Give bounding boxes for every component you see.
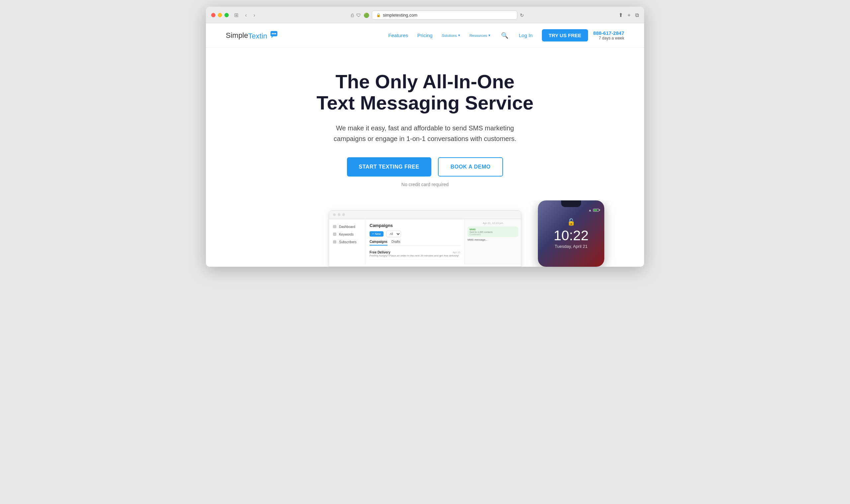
- phone-time: 10:22: [554, 229, 588, 242]
- browser-actions: ⬆ + ⧉: [619, 12, 639, 18]
- chevron-down-icon: ▾: [458, 33, 460, 37]
- mockup-content: Dashboard Keywords Subscribers: [329, 219, 521, 265]
- lock-icon: 🔓: [567, 218, 575, 226]
- dashboard-icon: [333, 225, 336, 228]
- sidebar-label-keywords: Keywords: [339, 233, 353, 236]
- mockup-toolbar: + New All: [369, 231, 461, 237]
- shield-icon: 🛡: [356, 13, 361, 18]
- phone-hours: 7 days a week: [599, 36, 624, 40]
- keywords-icon: [333, 233, 336, 236]
- search-icon[interactable]: 🔍: [500, 32, 510, 39]
- phone-notch: [561, 200, 581, 207]
- start-texting-button[interactable]: START TEXTING FREE: [347, 157, 431, 177]
- msg-type: MMS: [469, 228, 516, 231]
- chevron-down-icon: ▾: [488, 33, 490, 37]
- sidebar-item-dashboard: Dashboard: [329, 223, 365, 231]
- nav-solutions-dropdown[interactable]: Solutions ▾: [442, 33, 460, 37]
- forward-button[interactable]: ›: [252, 12, 256, 19]
- sidebar-label-dashboard: Dashboard: [339, 225, 355, 229]
- list-item-1-title: Free Delivery: [369, 251, 391, 254]
- msg-sent: Sent to 1,395 contacts: [469, 231, 516, 233]
- browser-chrome: ⊞ ‹ › ⎙ 🛡 🟢 🔒 simpletexting.com ↻ ⬆ + ⧉: [206, 7, 644, 23]
- sidebar-item-keywords: Keywords: [329, 231, 365, 238]
- hero-title-line1: The Only All-In-One: [335, 71, 514, 92]
- list-item-1-desc: Feeling hungry? Place an order in the ne…: [369, 254, 461, 257]
- new-tab-icon[interactable]: +: [627, 12, 630, 18]
- share-icon[interactable]: ⬆: [619, 12, 623, 18]
- battery-icon: [593, 209, 599, 212]
- bookmark-icon: ⎙: [351, 13, 353, 18]
- site-content: Simple Textin Features Pricing So: [206, 23, 644, 267]
- svg-point-4: [275, 33, 276, 34]
- subscribers-icon: [333, 240, 336, 244]
- browser-window: ⊞ ‹ › ⎙ 🛡 🟢 🔒 simpletexting.com ↻ ⬆ + ⧉: [206, 7, 644, 267]
- wifi-icon: ▲: [588, 209, 592, 212]
- mockup-dot-1: [333, 213, 336, 216]
- svg-marker-1: [272, 36, 273, 38]
- phone-info: 888-617-2847 7 days a week: [593, 30, 624, 40]
- filter-select[interactable]: All: [386, 231, 401, 237]
- phone-status-bar: ▲: [588, 209, 599, 212]
- svg-point-2: [272, 33, 273, 34]
- mockup-sidebar: Dashboard Keywords Subscribers: [329, 219, 366, 265]
- mockup-main: Campaigns + New All Campaigns Drafts: [366, 219, 465, 265]
- hero-section: The Only All-In-One Text Messaging Servi…: [206, 48, 644, 267]
- nav-login[interactable]: Log In: [519, 33, 533, 38]
- phone-date: Tuesday, April 21: [555, 244, 588, 249]
- nav-pricing[interactable]: Pricing: [417, 33, 433, 38]
- nav-solutions-label: Solutions: [442, 34, 457, 37]
- svg-point-3: [273, 33, 275, 34]
- extension-icon: 🟢: [364, 13, 369, 18]
- maximize-button[interactable]: [224, 13, 229, 17]
- sidebar-label-subscribers: Subscribers: [339, 240, 357, 244]
- sidebar-item-subscribers: Subscribers: [329, 238, 365, 246]
- phone-mockup: ▲ 🔓 10:22 Tuesday, April 21: [538, 200, 604, 267]
- logo-texting: Textin: [248, 31, 278, 40]
- msg-date: Apr 21, 12:23 pm: [468, 222, 518, 224]
- hero-title-line2: Text Messaging Service: [316, 92, 533, 113]
- mockup-dot-2: [338, 213, 340, 216]
- mockup-dot-3: [342, 213, 345, 216]
- hero-content: The Only All-In-One Text Messaging Servi…: [276, 48, 574, 200]
- app-preview: Dashboard Keywords Subscribers: [206, 200, 644, 267]
- msg-bubble: MMS Sent to 1,395 contacts Customers: [468, 227, 518, 237]
- logo[interactable]: Simple Textin: [226, 31, 278, 40]
- desktop-mockup: Dashboard Keywords Subscribers: [329, 210, 521, 267]
- new-campaign-button[interactable]: + New: [369, 231, 383, 237]
- address-bar[interactable]: 🔒 simpletexting.com: [372, 11, 517, 20]
- nav-links: Features Pricing Solutions ▾ Resources ▾…: [388, 29, 588, 41]
- site-nav: Simple Textin Features Pricing So: [206, 23, 644, 48]
- back-button[interactable]: ‹: [244, 12, 248, 19]
- no-cc-text: No credit card required: [295, 182, 555, 187]
- nav-features[interactable]: Features: [388, 33, 408, 38]
- hero-buttons: START TEXTING FREE BOOK A DEMO: [295, 157, 555, 177]
- logo-simple: Simple: [226, 31, 248, 40]
- msg-label: Customers: [469, 233, 516, 236]
- mockup-tabs: Campaigns Drafts: [369, 240, 461, 246]
- close-button[interactable]: [211, 13, 215, 17]
- msg-more: MMS message...: [468, 238, 518, 241]
- mockup-right-panel: Apr 21, 12:23 pm MMS Sent to 1,395 conta…: [465, 219, 521, 265]
- hero-title: The Only All-In-One Text Messaging Servi…: [295, 71, 555, 113]
- list-item-1: Free Delivery Apr 21 Feeling hungry? Pla…: [369, 249, 461, 259]
- book-demo-button[interactable]: BOOK A DEMO: [438, 157, 503, 177]
- address-bar-area: ⎙ 🛡 🟢 🔒 simpletexting.com ↻: [351, 11, 524, 20]
- logo-bubble-icon: [270, 31, 278, 38]
- nav-resources-dropdown[interactable]: Resources ▾: [469, 33, 490, 37]
- nav-resources-label: Resources: [469, 34, 487, 37]
- lock-icon: 🔒: [376, 13, 381, 17]
- tab-campaigns[interactable]: Campaigns: [369, 240, 387, 246]
- hero-subtitle: We make it easy, fast and affordable to …: [325, 123, 525, 144]
- sidebar-toggle-button[interactable]: ⊞: [233, 11, 240, 19]
- mockup-titlebar: [329, 211, 521, 219]
- refresh-icon[interactable]: ↻: [520, 13, 524, 18]
- campaigns-title: Campaigns: [369, 223, 461, 228]
- phone-number: 888-617-2847: [593, 30, 624, 36]
- try-free-button[interactable]: TRY US FREE: [542, 29, 588, 41]
- list-item-1-date: Apr 21: [453, 251, 461, 254]
- minimize-button[interactable]: [218, 13, 222, 17]
- battery-level: [594, 209, 597, 211]
- tab-drafts[interactable]: Drafts: [392, 240, 400, 246]
- url-text: simpletexting.com: [383, 13, 417, 18]
- tabs-icon[interactable]: ⧉: [635, 12, 639, 18]
